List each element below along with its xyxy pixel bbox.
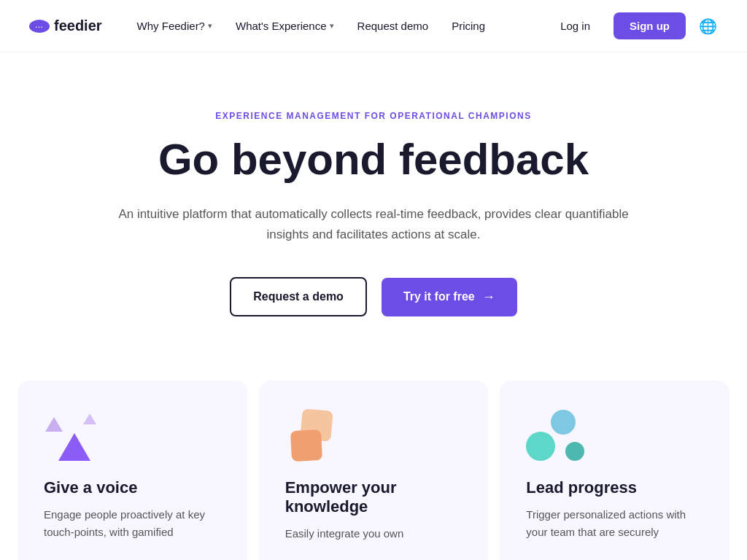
voice-icon xyxy=(44,410,102,461)
globe-icon[interactable]: 🌐 xyxy=(697,16,718,36)
hero-section: Experience Management for Operational Ch… xyxy=(0,52,747,360)
card-desc-empower: Easily integrate you own xyxy=(285,525,462,542)
triangle-main xyxy=(58,433,90,461)
card-give-voice: Give a voice Engage people proactively a… xyxy=(18,381,247,560)
logo-icon xyxy=(29,20,50,33)
chevron-down-icon: ▾ xyxy=(330,21,334,31)
request-demo-button[interactable]: Request a demo xyxy=(230,277,367,316)
card-title-voice: Give a voice xyxy=(44,478,221,497)
circle-teal-small xyxy=(565,442,584,461)
hero-buttons: Request a demo Try it for free → xyxy=(29,277,718,316)
empower-icon xyxy=(285,410,344,461)
triangle-tiny xyxy=(83,413,96,424)
hero-tag: Experience Management for Operational Ch… xyxy=(29,111,718,121)
card-empower: Empower your knowledge Easily integrate … xyxy=(259,381,489,560)
circle-blue xyxy=(551,410,576,435)
logo-text: feedier xyxy=(54,18,102,34)
navbar-left: feedier Why Feedier? ▾ What's Experience… xyxy=(29,14,494,38)
logo[interactable]: feedier xyxy=(29,18,102,34)
navbar: feedier Why Feedier? ▾ What's Experience… xyxy=(0,0,747,52)
arrow-icon: → xyxy=(482,289,495,305)
card-lead: Lead progress Trigger personalized actio… xyxy=(500,381,729,560)
cards-section: Give a voice Engage people proactively a… xyxy=(0,375,747,560)
card-title-empower: Empower your knowledge xyxy=(285,478,462,516)
hero-subtitle: An intuitive platform that automatically… xyxy=(118,204,629,245)
card-title-lead: Lead progress xyxy=(526,478,703,497)
login-button[interactable]: Log in xyxy=(549,14,602,38)
triangle-small xyxy=(45,417,63,432)
try-free-button[interactable]: Try it for free → xyxy=(382,278,517,316)
nav-links: Why Feedier? ▾ What's Experience ▾ Reque… xyxy=(128,14,494,38)
nav-why-feedier[interactable]: Why Feedier? ▾ xyxy=(128,14,221,38)
square-front xyxy=(290,429,322,462)
signup-button[interactable]: Sign up xyxy=(614,12,686,39)
card-desc-lead: Trigger personalized actions with your t… xyxy=(526,506,703,541)
hero-title: Go beyond feedback xyxy=(29,136,718,184)
nav-request-demo[interactable]: Request demo xyxy=(349,14,438,38)
lead-icon xyxy=(526,410,584,461)
chevron-down-icon: ▾ xyxy=(208,21,212,31)
navbar-right: Log in Sign up 🌐 xyxy=(549,12,718,39)
nav-pricing[interactable]: Pricing xyxy=(443,14,494,38)
circle-teal-big xyxy=(526,432,555,461)
nav-whats-experience[interactable]: What's Experience ▾ xyxy=(227,14,343,38)
card-desc-voice: Engage people proactively at key touch-p… xyxy=(44,506,221,541)
